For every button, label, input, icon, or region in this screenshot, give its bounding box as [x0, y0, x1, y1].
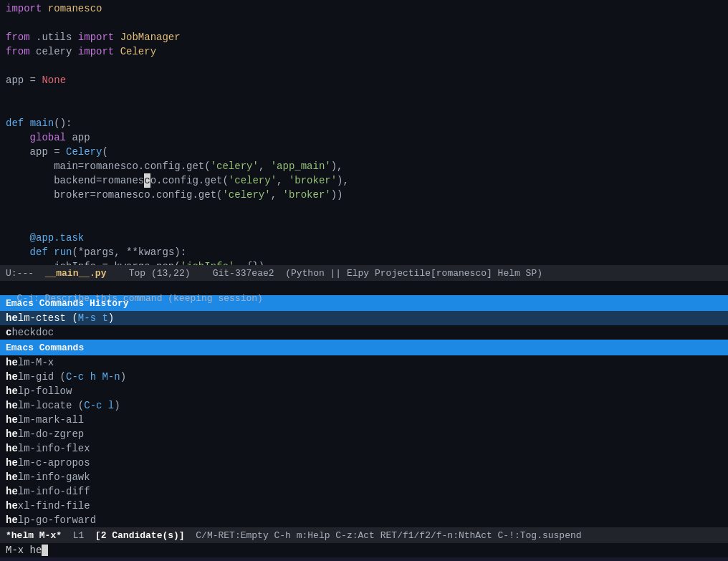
code-line-14: broker=romanesco.config.get('celery', 'b…	[0, 188, 728, 202]
bottom-candidates: [2 Candidate(s)]	[95, 530, 185, 541]
status-pos-text: Top (13,22)	[129, 268, 191, 279]
code-line-1: import romanesco	[0, 1, 728, 16]
code-line-13: backend=romanesco.config.get('celery', '…	[0, 173, 728, 188]
code-line-19: jobInfo = kwargs.pop('jobInfo', {})	[0, 259, 728, 265]
code-line-2	[0, 16, 728, 30]
code-line-16	[0, 216, 728, 231]
helm-cmd-item-1[interactable]: helm-gid (C-c h M-n)	[0, 370, 728, 384]
code-line-5	[0, 59, 728, 73]
helm-history-item-0[interactable]: helm-ctest (M-s t)	[0, 311, 728, 325]
editor-area: import romanesco from .utils import JobM…	[0, 0, 728, 265]
code-line-18: def run(*pargs, **kwargs):	[0, 245, 728, 259]
code-line-12: main=romanesco.config.get('celery', 'app…	[0, 159, 728, 173]
bottom-helm-name: *helm M-x*	[6, 530, 62, 541]
status-spacer	[34, 268, 45, 279]
status-mode-full: (Python || Elpy Projectile[romanesco] He…	[285, 268, 542, 279]
code-line-17: @app.task	[0, 231, 728, 245]
code-line-10: global app	[0, 130, 728, 145]
helm-cmd-item-3[interactable]: helm-locate (C-c l)	[0, 398, 728, 413]
helm-item-bold-1: c	[6, 327, 11, 338]
code-line-15	[0, 202, 728, 216]
helm-item-suffix-0: )	[108, 312, 120, 324]
bottom-status-bar: *helm M-x* L1 [2 Candidate(s)] C/M-RET:E…	[0, 527, 728, 543]
minibuffer: C-j: Describe this command (keeping sess…	[0, 281, 728, 295]
helm-cmd-item-4[interactable]: helm-mark-all	[0, 413, 728, 427]
code-line-7	[0, 87, 728, 102]
status-mode-indicator: U:---	[6, 268, 34, 279]
status-position	[106, 268, 128, 279]
status-bar: U:--- __main__.py Top (13,22) Git-337eae…	[0, 265, 728, 281]
helm-item-rest-0: lm-ctest (	[18, 312, 78, 324]
input-prompt: M-x	[6, 545, 30, 556]
status-filename: __main__.py	[45, 268, 107, 279]
code-line-4: from celery import Celery	[0, 44, 728, 59]
helm-cmd-item-11[interactable]: help-go-forward	[0, 513, 728, 527]
helm-item-bold-0: he	[6, 312, 18, 324]
input-value: he	[30, 545, 42, 556]
helm-commands-title: Emacs Commands	[6, 342, 84, 353]
helm-history-title: Emacs Commands History	[6, 298, 129, 309]
input-cursor	[42, 545, 47, 556]
bottom-line: L1	[73, 530, 85, 541]
code-line-3: from .utils import JobManager	[0, 30, 728, 44]
helm-commands-header: Emacs Commands	[0, 340, 728, 355]
helm-item-rest-1: heckdoc	[11, 327, 54, 338]
helm-history-header: Emacs Commands History	[0, 295, 728, 311]
helm-history-item-1[interactable]: checkdoc	[0, 325, 728, 340]
helm-item-key-0: M-s t	[78, 312, 108, 324]
status-gap	[191, 268, 213, 279]
status-git: Git-337eae2	[213, 268, 274, 279]
code-line-11: app = Celery(	[0, 145, 728, 159]
keyword-import: import	[6, 1, 42, 16]
code-line-9: def main():	[0, 116, 728, 130]
helm-cmd-item-7[interactable]: helm-c-apropos	[0, 456, 728, 470]
code-line-8	[0, 102, 728, 116]
helm-cmd-item-5[interactable]: helm-do-zgrep	[0, 427, 728, 441]
helm-cmd-item-9[interactable]: helm-info-diff	[0, 484, 728, 499]
bottom-keys: C/M-RET:Empty C-h m:Help C-z:Act RET/f1/…	[196, 530, 581, 541]
helm-cmd-item-0[interactable]: helm-M-x	[0, 355, 728, 370]
helm-cmd-item-8[interactable]: helm-info-gawk	[0, 470, 728, 484]
helm-cmd-item-6[interactable]: helm-info-flex	[0, 441, 728, 456]
code-line-6: app = None	[0, 73, 728, 87]
helm-cmd-item-10[interactable]: hexl-find-file	[0, 499, 728, 513]
input-line[interactable]: M-x he	[0, 543, 728, 557]
helm-cmd-item-2[interactable]: help-follow	[0, 384, 728, 398]
status-mode-text	[274, 268, 286, 279]
